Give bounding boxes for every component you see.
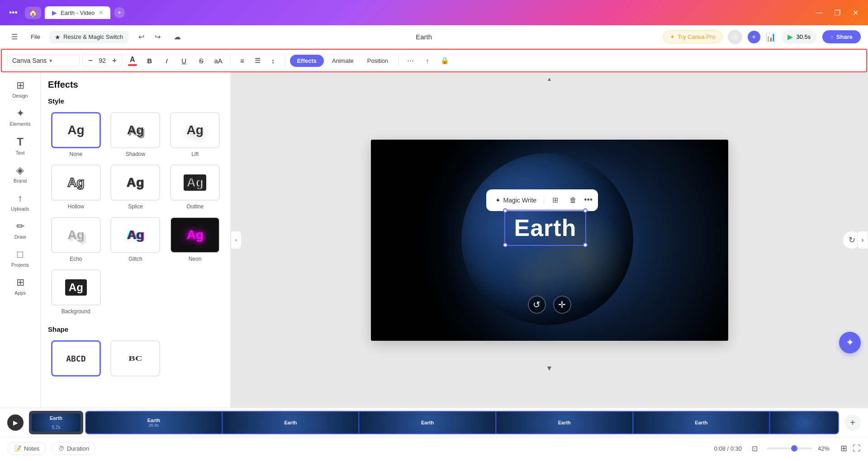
minimize-btn[interactable]: — xyxy=(812,5,826,20)
shape-arch-preview: BC xyxy=(110,340,160,376)
uploads-icon: ↑ xyxy=(18,193,23,204)
add-tab-btn[interactable]: + xyxy=(114,7,125,18)
sidebar-item-apps[interactable]: ⊞ Apps xyxy=(2,273,38,299)
sidebar-item-text[interactable]: T Text xyxy=(2,132,38,159)
handle-tr[interactable] xyxy=(583,208,588,213)
right-expand-btn[interactable]: › xyxy=(857,231,868,249)
style-echo-ag: Ag xyxy=(67,228,84,242)
decrease-size-btn[interactable]: − xyxy=(86,56,94,65)
position-btn[interactable]: Position xyxy=(362,55,394,67)
timeline-play-btn[interactable]: ▶ xyxy=(7,414,24,431)
tab-close-btn[interactable]: ✕ xyxy=(99,9,103,16)
style-shadow[interactable]: Ag Shadow xyxy=(108,110,164,159)
more-options-btn[interactable]: ••• xyxy=(5,6,21,19)
canvas-magic-btn[interactable]: ✦ xyxy=(839,332,861,353)
add-team-btn[interactable]: + xyxy=(748,31,760,43)
style-lift[interactable]: Ag Lift xyxy=(167,110,223,159)
sidebar-item-design[interactable]: ⊞ Design xyxy=(2,76,38,102)
close-window-btn[interactable]: ✕ xyxy=(848,5,863,20)
ctx-delete-btn[interactable]: 🗑 xyxy=(566,193,580,207)
sidebar-item-brand[interactable]: ◈ Brand xyxy=(2,161,38,187)
tab-title: Earth - Video xyxy=(61,9,95,16)
active-tab[interactable]: ▶ Earth - Video ✕ xyxy=(45,6,110,19)
style-splice[interactable]: Ag Splice xyxy=(108,163,164,212)
bold-btn[interactable]: B xyxy=(142,53,157,68)
shape-arch[interactable]: BC xyxy=(108,339,164,378)
align-spacing-btn[interactable]: ↕ xyxy=(266,53,280,68)
style-echo[interactable]: Ag Echo xyxy=(48,215,104,264)
handle-tl[interactable] xyxy=(503,208,508,213)
sidebar-item-elements[interactable]: ✦ Elements xyxy=(2,104,38,130)
notes-btn[interactable]: 📝 Notes xyxy=(7,442,46,455)
selection-box[interactable]: Earth xyxy=(504,210,587,246)
zoom-thumb[interactable] xyxy=(791,445,797,452)
shape-curve[interactable]: ABCD xyxy=(48,339,104,378)
font-selector[interactable]: Canva Sans ▼ xyxy=(7,55,80,66)
video-canvas[interactable]: ✦ Magic Write ⊞ 🗑 ••• Earth xyxy=(371,140,728,341)
effects-panel-btn[interactable]: Effects xyxy=(290,55,324,67)
ctx-more-btn[interactable]: ••• xyxy=(584,195,593,205)
style-background[interactable]: Ag Background xyxy=(48,268,104,316)
italic-btn[interactable]: I xyxy=(160,53,174,68)
style-splice-ag: Ag xyxy=(127,175,144,190)
lock-btn[interactable]: 🔒 xyxy=(437,53,452,68)
style-lift-preview: Ag xyxy=(170,112,220,148)
text-color-btn[interactable]: A xyxy=(125,53,140,68)
undo-btn[interactable]: ↩ xyxy=(134,30,148,44)
style-outline[interactable]: Ag Outline xyxy=(167,163,223,212)
style-glitch[interactable]: Ag Glitch xyxy=(108,215,164,264)
magic-switch-btn[interactable]: ★ Resize & Magic Switch xyxy=(49,31,128,43)
rotate-btn[interactable]: ↺ xyxy=(528,296,546,314)
duration-btn[interactable]: ⏱ Duration xyxy=(52,442,96,455)
zoom-track[interactable] xyxy=(767,447,812,449)
strikethrough-btn[interactable]: S xyxy=(194,53,209,68)
redo-btn[interactable]: ↪ xyxy=(150,30,165,44)
magic-write-btn[interactable]: ✦ Magic Write xyxy=(492,195,541,206)
fit-view-btn[interactable]: ⊡ xyxy=(747,441,762,456)
handle-bl[interactable] xyxy=(503,243,508,247)
style-neon[interactable]: Ag Neon xyxy=(167,215,223,264)
maximize-btn[interactable]: ❐ xyxy=(830,5,844,20)
sidebar-item-draw[interactable]: ✏ Draw xyxy=(2,217,38,243)
font-size-value[interactable]: 92 xyxy=(96,57,109,64)
design-label: Design xyxy=(12,93,28,99)
sidebar-item-uploads[interactable]: ↑ Uploads xyxy=(2,189,38,215)
analytics-btn[interactable]: 📊 xyxy=(766,32,776,42)
clip-main[interactable]: Earth 25.3s Earth Earth Earth Eart xyxy=(85,411,839,434)
grid-view-btn[interactable]: ⊞ xyxy=(840,443,847,453)
ctx-copy-btn[interactable]: ⊞ xyxy=(548,193,562,207)
add-clip-btn[interactable]: + xyxy=(844,414,861,431)
style-none[interactable]: Ag None xyxy=(48,110,104,159)
try-pro-btn[interactable]: ✦ Try Canva Pro xyxy=(663,30,722,43)
text-icon: T xyxy=(17,136,24,148)
underline-btn[interactable]: U xyxy=(177,53,191,68)
style-lift-ag: Ag xyxy=(186,123,203,137)
avatar[interactable] xyxy=(728,30,742,44)
share-btn[interactable]: ↑ Share xyxy=(822,30,861,43)
earth-text[interactable]: Earth xyxy=(514,214,577,241)
project-name[interactable]: Earth xyxy=(410,31,437,42)
menu-icon[interactable]: ☰ xyxy=(7,30,22,44)
text-element-container[interactable]: Earth xyxy=(504,210,587,246)
file-menu[interactable]: File xyxy=(27,32,44,42)
align-bullets-btn[interactable]: ☰ xyxy=(251,53,265,68)
spacing-btn[interactable]: ⋯ xyxy=(403,53,417,68)
increase-size-btn[interactable]: + xyxy=(110,56,118,65)
fullscreen-btn[interactable]: ⛶ xyxy=(853,444,861,453)
canvas-arrow-down[interactable]: ▼ xyxy=(546,364,553,372)
handle-br[interactable] xyxy=(583,243,588,247)
sidebar-item-projects[interactable]: □ Projects xyxy=(2,245,38,271)
align-left-btn[interactable]: ≡ xyxy=(235,53,250,68)
play-preview-btn[interactable]: ▶ 30.5s xyxy=(781,30,817,44)
move-btn[interactable]: ✛ xyxy=(553,296,571,314)
timeline-bottom: 📝 Notes ⏱ Duration 0:08 / 0:30 ⊡ 42% ⊞ ⛶ xyxy=(0,437,868,459)
cloud-save-btn[interactable]: ☁ xyxy=(170,30,185,44)
style-hollow[interactable]: Ag Hollow xyxy=(48,163,104,212)
clip-0[interactable]: Earth 5.2s xyxy=(29,411,83,434)
layer-up-btn[interactable]: ↑ xyxy=(420,53,435,68)
home-btn[interactable]: 🏠 xyxy=(25,7,41,19)
canvas-arrow-up[interactable]: ▲ xyxy=(547,76,552,82)
case-btn[interactable]: aA xyxy=(211,53,226,68)
collapse-panel-btn[interactable]: ‹ xyxy=(231,231,242,249)
animate-btn[interactable]: Animate xyxy=(327,55,359,67)
